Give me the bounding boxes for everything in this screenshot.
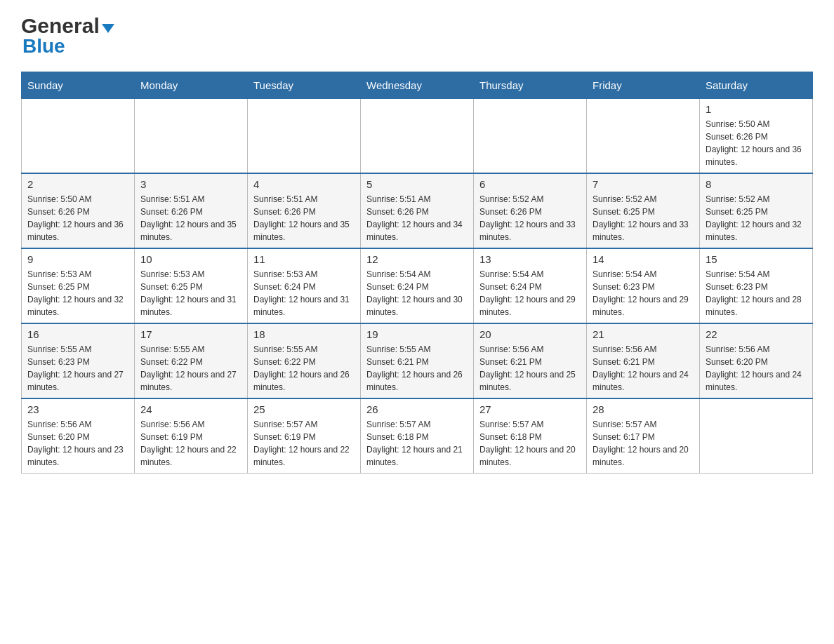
day-of-week-header: Sunday [22, 72, 135, 99]
calendar-day-cell: 22Sunrise: 5:56 AM Sunset: 6:20 PM Dayli… [700, 323, 813, 398]
day-number: 12 [366, 253, 468, 265]
day-number: 11 [253, 253, 355, 265]
calendar-day-cell: 28Sunrise: 5:57 AM Sunset: 6:17 PM Dayli… [587, 398, 700, 474]
calendar-day-cell: 21Sunrise: 5:56 AM Sunset: 6:21 PM Dayli… [587, 323, 700, 398]
day-number: 14 [593, 253, 694, 265]
day-number: 4 [253, 178, 355, 190]
day-number: 28 [593, 403, 694, 415]
calendar-day-cell: 23Sunrise: 5:56 AM Sunset: 6:20 PM Dayli… [22, 398, 135, 474]
day-info: Sunrise: 5:55 AM Sunset: 6:23 PM Dayligh… [27, 343, 128, 394]
day-number: 16 [27, 328, 128, 340]
day-number: 15 [706, 253, 807, 265]
day-info: Sunrise: 5:56 AM Sunset: 6:19 PM Dayligh… [140, 418, 241, 469]
calendar-day-cell: 9Sunrise: 5:53 AM Sunset: 6:25 PM Daylig… [22, 248, 135, 323]
day-info: Sunrise: 5:56 AM Sunset: 6:21 PM Dayligh… [593, 343, 694, 394]
day-of-week-header: Thursday [474, 72, 587, 99]
calendar-week-row: 1Sunrise: 5:50 AM Sunset: 6:26 PM Daylig… [22, 99, 813, 174]
calendar-header-row: SundayMondayTuesdayWednesdayThursdayFrid… [22, 72, 813, 99]
calendar-day-cell: 6Sunrise: 5:52 AM Sunset: 6:26 PM Daylig… [474, 173, 587, 248]
calendar-day-cell: 24Sunrise: 5:56 AM Sunset: 6:19 PM Dayli… [135, 398, 248, 474]
calendar-week-row: 9Sunrise: 5:53 AM Sunset: 6:25 PM Daylig… [22, 248, 813, 323]
logo: General Blue [21, 14, 114, 58]
day-number: 9 [27, 253, 128, 265]
day-of-week-header: Saturday [700, 72, 813, 99]
day-info: Sunrise: 5:53 AM Sunset: 6:24 PM Dayligh… [253, 268, 355, 318]
day-number: 21 [593, 328, 694, 340]
calendar-day-cell [248, 99, 361, 174]
logo-general-text: General [21, 14, 100, 38]
day-info: Sunrise: 5:56 AM Sunset: 6:20 PM Dayligh… [706, 343, 807, 394]
calendar-day-cell: 25Sunrise: 5:57 AM Sunset: 6:19 PM Dayli… [248, 398, 361, 474]
day-info: Sunrise: 5:54 AM Sunset: 6:23 PM Dayligh… [593, 268, 694, 318]
day-info: Sunrise: 5:51 AM Sunset: 6:26 PM Dayligh… [366, 193, 468, 243]
day-info: Sunrise: 5:57 AM Sunset: 6:18 PM Dayligh… [366, 418, 468, 469]
day-info: Sunrise: 5:54 AM Sunset: 6:24 PM Dayligh… [479, 268, 581, 318]
day-info: Sunrise: 5:52 AM Sunset: 6:26 PM Dayligh… [479, 193, 581, 243]
day-number: 6 [479, 178, 581, 190]
calendar-week-row: 2Sunrise: 5:50 AM Sunset: 6:26 PM Daylig… [22, 173, 813, 248]
day-info: Sunrise: 5:54 AM Sunset: 6:23 PM Dayligh… [706, 268, 807, 318]
day-info: Sunrise: 5:53 AM Sunset: 6:25 PM Dayligh… [27, 268, 128, 318]
day-info: Sunrise: 5:51 AM Sunset: 6:26 PM Dayligh… [140, 193, 241, 243]
day-info: Sunrise: 5:51 AM Sunset: 6:26 PM Dayligh… [253, 193, 355, 243]
logo-triangle-icon [102, 24, 114, 33]
calendar-day-cell: 8Sunrise: 5:52 AM Sunset: 6:25 PM Daylig… [700, 173, 813, 248]
calendar-day-cell: 10Sunrise: 5:53 AM Sunset: 6:25 PM Dayli… [135, 248, 248, 323]
calendar-day-cell: 2Sunrise: 5:50 AM Sunset: 6:26 PM Daylig… [22, 173, 135, 248]
day-number: 25 [253, 403, 355, 415]
calendar-day-cell: 18Sunrise: 5:55 AM Sunset: 6:22 PM Dayli… [248, 323, 361, 398]
day-number: 18 [253, 328, 355, 340]
day-of-week-header: Friday [587, 72, 700, 99]
day-number: 22 [706, 328, 807, 340]
day-number: 1 [706, 103, 807, 115]
day-info: Sunrise: 5:55 AM Sunset: 6:22 PM Dayligh… [253, 343, 355, 394]
calendar-day-cell: 1Sunrise: 5:50 AM Sunset: 6:26 PM Daylig… [700, 99, 813, 174]
calendar-day-cell: 19Sunrise: 5:55 AM Sunset: 6:21 PM Dayli… [361, 323, 474, 398]
calendar-table: SundayMondayTuesdayWednesdayThursdayFrid… [21, 72, 813, 474]
calendar-day-cell: 5Sunrise: 5:51 AM Sunset: 6:26 PM Daylig… [361, 173, 474, 248]
calendar-day-cell: 11Sunrise: 5:53 AM Sunset: 6:24 PM Dayli… [248, 248, 361, 323]
calendar-day-cell [700, 398, 813, 474]
day-number: 27 [479, 403, 581, 415]
day-of-week-header: Wednesday [361, 72, 474, 99]
day-number: 7 [593, 178, 694, 190]
calendar-day-cell: 3Sunrise: 5:51 AM Sunset: 6:26 PM Daylig… [135, 173, 248, 248]
day-of-week-header: Monday [135, 72, 248, 99]
day-number: 20 [479, 328, 581, 340]
day-of-week-header: Tuesday [248, 72, 361, 99]
day-number: 19 [366, 328, 468, 340]
day-info: Sunrise: 5:50 AM Sunset: 6:26 PM Dayligh… [706, 118, 807, 168]
day-info: Sunrise: 5:55 AM Sunset: 6:21 PM Dayligh… [366, 343, 468, 394]
day-number: 13 [479, 253, 581, 265]
calendar-week-row: 16Sunrise: 5:55 AM Sunset: 6:23 PM Dayli… [22, 323, 813, 398]
calendar-day-cell: 27Sunrise: 5:57 AM Sunset: 6:18 PM Dayli… [474, 398, 587, 474]
logo-blue-text: Blue [22, 35, 65, 58]
calendar-day-cell: 16Sunrise: 5:55 AM Sunset: 6:23 PM Dayli… [22, 323, 135, 398]
day-number: 24 [140, 403, 241, 415]
calendar-day-cell [361, 99, 474, 174]
day-number: 23 [27, 403, 128, 415]
calendar-day-cell: 13Sunrise: 5:54 AM Sunset: 6:24 PM Dayli… [474, 248, 587, 323]
calendar-day-cell: 14Sunrise: 5:54 AM Sunset: 6:23 PM Dayli… [587, 248, 700, 323]
calendar-day-cell: 20Sunrise: 5:56 AM Sunset: 6:21 PM Dayli… [474, 323, 587, 398]
calendar-day-cell: 15Sunrise: 5:54 AM Sunset: 6:23 PM Dayli… [700, 248, 813, 323]
calendar-day-cell: 12Sunrise: 5:54 AM Sunset: 6:24 PM Dayli… [361, 248, 474, 323]
calendar-day-cell [587, 99, 700, 174]
day-number: 2 [27, 178, 128, 190]
day-info: Sunrise: 5:54 AM Sunset: 6:24 PM Dayligh… [366, 268, 468, 318]
day-info: Sunrise: 5:56 AM Sunset: 6:20 PM Dayligh… [27, 418, 128, 469]
calendar-day-cell [22, 99, 135, 174]
calendar-day-cell [135, 99, 248, 174]
calendar-day-cell: 4Sunrise: 5:51 AM Sunset: 6:26 PM Daylig… [248, 173, 361, 248]
day-info: Sunrise: 5:56 AM Sunset: 6:21 PM Dayligh… [479, 343, 581, 394]
day-info: Sunrise: 5:50 AM Sunset: 6:26 PM Dayligh… [27, 193, 128, 243]
calendar-day-cell: 26Sunrise: 5:57 AM Sunset: 6:18 PM Dayli… [361, 398, 474, 474]
day-number: 26 [366, 403, 468, 415]
day-number: 10 [140, 253, 241, 265]
day-info: Sunrise: 5:55 AM Sunset: 6:22 PM Dayligh… [140, 343, 241, 394]
day-number: 17 [140, 328, 241, 340]
day-number: 8 [706, 178, 807, 190]
calendar-day-cell: 17Sunrise: 5:55 AM Sunset: 6:22 PM Dayli… [135, 323, 248, 398]
day-info: Sunrise: 5:57 AM Sunset: 6:19 PM Dayligh… [253, 418, 355, 469]
calendar-day-cell [474, 99, 587, 174]
